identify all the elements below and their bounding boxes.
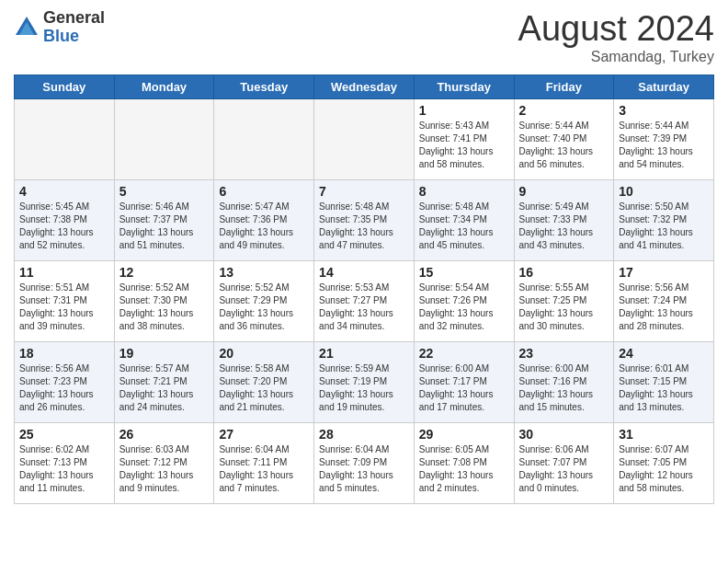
- calendar-day-cell: 12Sunrise: 5:52 AM Sunset: 7:30 PM Dayli…: [114, 261, 214, 342]
- logo-blue-text: Blue: [43, 28, 105, 46]
- calendar-weekday-wednesday: Wednesday: [314, 75, 415, 99]
- calendar-weekday-saturday: Saturday: [614, 75, 714, 99]
- day-info: Sunrise: 5:56 AM Sunset: 7:24 PM Dayligh…: [619, 282, 709, 333]
- calendar-weekday-friday: Friday: [514, 75, 614, 99]
- day-info: Sunrise: 5:56 AM Sunset: 7:23 PM Dayligh…: [19, 362, 109, 414]
- day-number: 3: [619, 103, 709, 118]
- calendar-day-cell: 20Sunrise: 5:58 AM Sunset: 7:20 PM Dayli…: [214, 342, 314, 423]
- calendar-day-cell: 16Sunrise: 5:55 AM Sunset: 7:25 PM Dayli…: [514, 261, 614, 342]
- day-info: Sunrise: 6:04 AM Sunset: 7:09 PM Dayligh…: [319, 443, 409, 495]
- day-number: 17: [619, 265, 709, 280]
- day-number: 15: [419, 265, 509, 280]
- day-number: 24: [619, 346, 709, 361]
- calendar-day-cell: 11Sunrise: 5:51 AM Sunset: 7:31 PM Dayli…: [15, 261, 115, 342]
- title-block: August 2024 Samandag, Turkey: [518, 9, 714, 65]
- day-number: 30: [519, 427, 609, 442]
- day-info: Sunrise: 5:57 AM Sunset: 7:21 PM Dayligh…: [119, 362, 210, 414]
- calendar-day-cell: 26Sunrise: 6:03 AM Sunset: 7:12 PM Dayli…: [114, 423, 214, 504]
- day-info: Sunrise: 5:50 AM Sunset: 7:32 PM Dayligh…: [619, 201, 709, 252]
- day-number: 14: [319, 265, 409, 280]
- day-info: Sunrise: 6:03 AM Sunset: 7:12 PM Dayligh…: [119, 443, 210, 495]
- day-info: Sunrise: 6:02 AM Sunset: 7:13 PM Dayligh…: [19, 443, 109, 495]
- calendar-day-cell: 27Sunrise: 6:04 AM Sunset: 7:11 PM Dayli…: [214, 423, 314, 504]
- calendar-day-cell: [114, 99, 214, 180]
- calendar-week-row: 4Sunrise: 5:45 AM Sunset: 7:38 PM Daylig…: [15, 180, 714, 261]
- calendar-location: Samandag, Turkey: [518, 49, 714, 65]
- day-info: Sunrise: 5:44 AM Sunset: 7:40 PM Dayligh…: [519, 120, 609, 171]
- calendar-day-cell: 15Sunrise: 5:54 AM Sunset: 7:26 PM Dayli…: [414, 261, 514, 342]
- day-number: 23: [519, 346, 609, 361]
- calendar-header-row: SundayMondayTuesdayWednesdayThursdayFrid…: [15, 75, 714, 99]
- day-number: 4: [19, 184, 109, 199]
- calendar-day-cell: 7Sunrise: 5:48 AM Sunset: 7:35 PM Daylig…: [314, 180, 415, 261]
- calendar-day-cell: 25Sunrise: 6:02 AM Sunset: 7:13 PM Dayli…: [15, 423, 115, 504]
- calendar-day-cell: 1Sunrise: 5:43 AM Sunset: 7:41 PM Daylig…: [414, 99, 514, 180]
- day-number: 27: [219, 427, 309, 442]
- calendar-title: August 2024: [518, 9, 714, 49]
- day-info: Sunrise: 5:54 AM Sunset: 7:26 PM Dayligh…: [419, 282, 509, 333]
- calendar-day-cell: 29Sunrise: 6:05 AM Sunset: 7:08 PM Dayli…: [414, 423, 514, 504]
- calendar-weekday-tuesday: Tuesday: [214, 75, 314, 99]
- calendar-day-cell: 4Sunrise: 5:45 AM Sunset: 7:38 PM Daylig…: [15, 180, 115, 261]
- logo: General Blue: [14, 9, 105, 46]
- calendar-day-cell: 3Sunrise: 5:44 AM Sunset: 7:39 PM Daylig…: [614, 99, 714, 180]
- day-number: 18: [19, 346, 109, 361]
- calendar-day-cell: 14Sunrise: 5:53 AM Sunset: 7:27 PM Dayli…: [314, 261, 415, 342]
- calendar-week-row: 1Sunrise: 5:43 AM Sunset: 7:41 PM Daylig…: [15, 99, 714, 180]
- calendar-day-cell: [214, 99, 314, 180]
- logo-text: General Blue: [43, 9, 105, 46]
- calendar-week-row: 25Sunrise: 6:02 AM Sunset: 7:13 PM Dayli…: [15, 423, 714, 504]
- day-info: Sunrise: 5:48 AM Sunset: 7:35 PM Dayligh…: [319, 201, 409, 252]
- day-number: 7: [319, 184, 409, 199]
- calendar-day-cell: 22Sunrise: 6:00 AM Sunset: 7:17 PM Dayli…: [414, 342, 514, 423]
- day-info: Sunrise: 6:04 AM Sunset: 7:11 PM Dayligh…: [219, 443, 309, 495]
- calendar-day-cell: 10Sunrise: 5:50 AM Sunset: 7:32 PM Dayli…: [614, 180, 714, 261]
- day-number: 11: [19, 265, 109, 280]
- day-number: 21: [319, 346, 409, 361]
- calendar-day-cell: 13Sunrise: 5:52 AM Sunset: 7:29 PM Dayli…: [214, 261, 314, 342]
- calendar-day-cell: 24Sunrise: 6:01 AM Sunset: 7:15 PM Dayli…: [614, 342, 714, 423]
- calendar-weekday-thursday: Thursday: [414, 75, 514, 99]
- calendar-week-row: 18Sunrise: 5:56 AM Sunset: 7:23 PM Dayli…: [15, 342, 714, 423]
- day-number: 20: [219, 346, 309, 361]
- calendar-day-cell: 30Sunrise: 6:06 AM Sunset: 7:07 PM Dayli…: [514, 423, 614, 504]
- day-number: 28: [319, 427, 409, 442]
- day-number: 26: [119, 427, 210, 442]
- day-info: Sunrise: 5:51 AM Sunset: 7:31 PM Dayligh…: [19, 282, 109, 333]
- day-info: Sunrise: 5:52 AM Sunset: 7:29 PM Dayligh…: [219, 282, 309, 333]
- calendar-day-cell: 5Sunrise: 5:46 AM Sunset: 7:37 PM Daylig…: [114, 180, 214, 261]
- calendar-day-cell: 8Sunrise: 5:48 AM Sunset: 7:34 PM Daylig…: [414, 180, 514, 261]
- day-number: 12: [119, 265, 210, 280]
- day-number: 29: [419, 427, 509, 442]
- calendar-week-row: 11Sunrise: 5:51 AM Sunset: 7:31 PM Dayli…: [15, 261, 714, 342]
- day-info: Sunrise: 5:48 AM Sunset: 7:34 PM Dayligh…: [419, 201, 509, 252]
- day-info: Sunrise: 5:59 AM Sunset: 7:19 PM Dayligh…: [319, 362, 409, 414]
- day-info: Sunrise: 6:00 AM Sunset: 7:17 PM Dayligh…: [419, 362, 509, 414]
- calendar-day-cell: 2Sunrise: 5:44 AM Sunset: 7:40 PM Daylig…: [514, 99, 614, 180]
- day-number: 8: [419, 184, 509, 199]
- logo-general-text: General: [43, 9, 105, 28]
- calendar-day-cell: 31Sunrise: 6:07 AM Sunset: 7:05 PM Dayli…: [614, 423, 714, 504]
- day-info: Sunrise: 5:52 AM Sunset: 7:30 PM Dayligh…: [119, 282, 210, 333]
- day-number: 1: [419, 103, 509, 118]
- calendar-day-cell: 9Sunrise: 5:49 AM Sunset: 7:33 PM Daylig…: [514, 180, 614, 261]
- calendar-weekday-sunday: Sunday: [15, 75, 115, 99]
- calendar-table: SundayMondayTuesdayWednesdayThursdayFrid…: [14, 75, 714, 504]
- day-number: 16: [519, 265, 609, 280]
- day-number: 13: [219, 265, 309, 280]
- day-info: Sunrise: 6:06 AM Sunset: 7:07 PM Dayligh…: [519, 443, 609, 495]
- day-info: Sunrise: 5:44 AM Sunset: 7:39 PM Dayligh…: [619, 120, 709, 171]
- day-info: Sunrise: 6:00 AM Sunset: 7:16 PM Dayligh…: [519, 362, 609, 414]
- day-number: 9: [519, 184, 609, 199]
- logo-icon: [14, 15, 40, 40]
- day-info: Sunrise: 5:43 AM Sunset: 7:41 PM Dayligh…: [419, 120, 509, 171]
- day-info: Sunrise: 6:07 AM Sunset: 7:05 PM Dayligh…: [619, 443, 709, 495]
- day-number: 19: [119, 346, 210, 361]
- day-info: Sunrise: 5:46 AM Sunset: 7:37 PM Dayligh…: [119, 201, 210, 252]
- calendar-weekday-monday: Monday: [114, 75, 214, 99]
- page-header: General Blue August 2024 Samandag, Turke…: [14, 9, 714, 65]
- day-number: 31: [619, 427, 709, 442]
- calendar-day-cell: 6Sunrise: 5:47 AM Sunset: 7:36 PM Daylig…: [214, 180, 314, 261]
- calendar-day-cell: [15, 99, 115, 180]
- day-info: Sunrise: 5:53 AM Sunset: 7:27 PM Dayligh…: [319, 282, 409, 333]
